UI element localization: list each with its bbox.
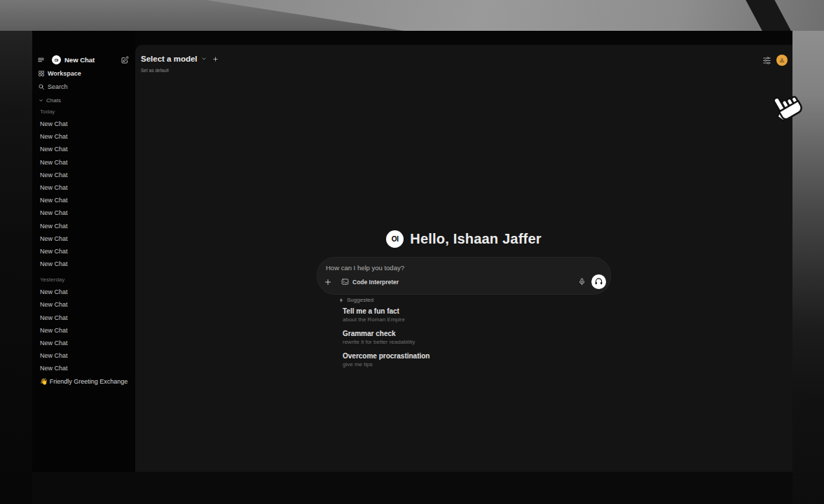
command-line-icon bbox=[341, 278, 349, 286]
chat-item[interactable]: New Chat bbox=[40, 220, 132, 232]
user-icon bbox=[778, 57, 785, 64]
app-window: OI New Chat Workspace Search bbox=[32, 31, 792, 472]
search-label: Search bbox=[48, 83, 68, 90]
code-interpreter-toggle[interactable]: Code Interpreter bbox=[341, 278, 399, 286]
bolt-icon bbox=[338, 298, 344, 303]
attach-plus-icon[interactable] bbox=[324, 278, 332, 286]
workspace-label: Workspace bbox=[48, 70, 81, 77]
chat-item[interactable]: New Chat bbox=[40, 169, 132, 181]
chat-item[interactable]: New Chat bbox=[40, 324, 132, 337]
suggestions: Tell me a fun fact about the Roman Empir… bbox=[343, 307, 567, 374]
chat-item[interactable]: New Chat bbox=[40, 118, 132, 130]
chat-item[interactable]: New Chat bbox=[40, 156, 132, 169]
code-interpreter-label: Code Interpreter bbox=[352, 279, 399, 286]
workspace-grid-icon bbox=[38, 70, 45, 77]
suggestion-title: Tell me a fun fact bbox=[343, 307, 567, 316]
chat-item[interactable]: New Chat bbox=[40, 258, 132, 270]
chats-toggle-label: Chats bbox=[46, 97, 61, 104]
chevron-down-icon bbox=[201, 56, 207, 62]
chat-item[interactable]: New Chat bbox=[40, 362, 132, 374]
chat-item[interactable]: New Chat bbox=[40, 286, 132, 298]
greeting: OI Hello, Ishaan Jaffer bbox=[135, 230, 792, 248]
screen: OI New Chat Workspace Search bbox=[0, 0, 824, 504]
add-model-icon[interactable] bbox=[212, 56, 219, 62]
search-icon bbox=[38, 83, 45, 90]
sidebar-item-workspace[interactable]: Workspace bbox=[38, 68, 131, 79]
chat-item[interactable]: New Chat bbox=[40, 298, 132, 311]
chat-item[interactable]: New Chat bbox=[40, 194, 132, 206]
chats-section-toggle[interactable]: Chats bbox=[39, 96, 61, 105]
sidebar-item-search[interactable]: Search bbox=[38, 81, 131, 92]
section-label-today: Today bbox=[40, 106, 132, 118]
wallpaper-left bbox=[0, 31, 32, 504]
app-logo-large: OI bbox=[386, 230, 404, 248]
chat-item[interactable]: New Chat bbox=[40, 245, 132, 258]
composer-placeholder[interactable]: How can I help you today? bbox=[326, 264, 404, 272]
new-chat-title[interactable]: New Chat bbox=[64, 56, 95, 64]
chat-item[interactable]: New Chat bbox=[40, 232, 132, 245]
wallpaper-bottom bbox=[32, 472, 792, 504]
chat-item[interactable]: New Chat bbox=[40, 181, 132, 194]
suggested-label: Suggested bbox=[347, 297, 373, 303]
wallpaper-right bbox=[792, 31, 824, 504]
sidebar-header: OI New Chat bbox=[32, 54, 135, 66]
set-as-default-button[interactable]: Set as default bbox=[141, 68, 169, 73]
topbar-right bbox=[762, 55, 788, 66]
sidebar-toggle-icon[interactable] bbox=[37, 56, 45, 64]
chat-item[interactable]: New Chat bbox=[40, 337, 132, 349]
chat-item[interactable]: New Chat bbox=[40, 349, 132, 362]
wallpaper-top bbox=[0, 0, 824, 31]
microphone-icon[interactable] bbox=[578, 278, 586, 286]
chat-item[interactable]: New Chat bbox=[40, 130, 132, 143]
greeting-text: Hello, Ishaan Jaffer bbox=[410, 231, 541, 247]
section-label-yesterday: Yesterday bbox=[40, 274, 132, 286]
settings-sliders-icon[interactable] bbox=[762, 56, 771, 65]
user-avatar[interactable] bbox=[776, 55, 788, 66]
suggestion-subtitle: give me tips bbox=[343, 360, 567, 368]
app-logo: OI bbox=[52, 55, 61, 64]
suggestion-item[interactable]: Overcome procrastination give me tips bbox=[343, 351, 567, 368]
chat-item[interactable]: New Chat bbox=[40, 143, 132, 155]
suggestion-title: Overcome procrastination bbox=[343, 351, 567, 360]
sidebar: OI New Chat Workspace Search bbox=[32, 31, 135, 472]
voice-call-button[interactable] bbox=[591, 274, 606, 289]
model-selector-label: Select a model bbox=[141, 55, 198, 63]
suggestion-item[interactable]: Grammar check rewrite it for better read… bbox=[343, 329, 567, 346]
chat-item-friendly-greeting[interactable]: 👋 Friendly Greeting Exchange bbox=[40, 375, 132, 388]
chat-history: Today New ChatNew ChatNew ChatNew ChatNe… bbox=[40, 106, 132, 388]
chevron-down-icon bbox=[39, 98, 43, 103]
suggestion-subtitle: rewrite it for better readability bbox=[343, 338, 567, 346]
composer-toolbar: Code Interpreter bbox=[324, 274, 606, 289]
headphones-icon bbox=[594, 277, 603, 286]
main-panel: Select a model Set as default OI bbox=[135, 45, 792, 472]
chat-item[interactable]: New Chat bbox=[40, 206, 132, 219]
chat-list-today: New ChatNew ChatNew ChatNew ChatNew Chat… bbox=[40, 118, 132, 270]
chat-item[interactable]: New Chat bbox=[40, 312, 132, 324]
suggestion-subtitle: about the Roman Empire bbox=[343, 316, 567, 323]
suggestion-title: Grammar check bbox=[343, 329, 567, 338]
message-composer[interactable]: How can I help you today? Code Interpret… bbox=[317, 257, 611, 295]
new-chat-edit-icon[interactable] bbox=[121, 56, 129, 64]
suggested-header: Suggested bbox=[338, 297, 373, 303]
suggestion-item[interactable]: Tell me a fun fact about the Roman Empir… bbox=[343, 307, 567, 323]
model-selector[interactable]: Select a model bbox=[141, 55, 219, 63]
chat-list-yesterday: New ChatNew ChatNew ChatNew ChatNew Chat… bbox=[40, 286, 132, 374]
